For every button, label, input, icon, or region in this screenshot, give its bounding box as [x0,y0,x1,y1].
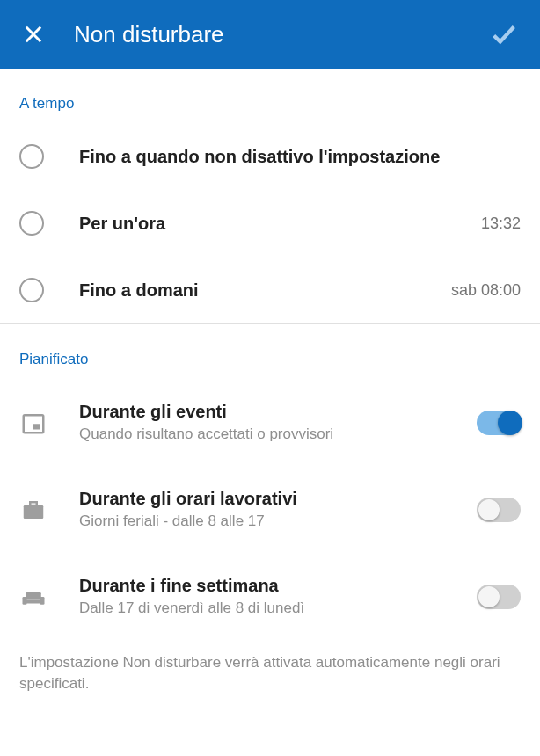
toggle-switch-events[interactable] [477,411,521,435]
section-header-timed: A tempo [0,69,540,123]
svg-rect-3 [33,424,40,429]
toggle-switch-weekends[interactable] [477,585,521,609]
toggle-title: Durante i fine settimana [79,576,445,596]
option-tomorrow[interactable]: Fino a domani sab 08:00 [0,257,540,323]
toggle-title: Durante gli orari lavorativi [79,489,445,509]
option-content: Per un'ora 13:32 [79,214,521,234]
confirm-icon[interactable] [489,19,519,49]
toggle-subtitle: Giorni feriali - dalle 8 alle 17 [79,512,445,530]
radio-icon[interactable] [19,211,44,236]
footer-text: L'impostazione Non disturbare verrà atti… [0,640,540,707]
toggle-content: Durante gli orari lavorativi Giorni feri… [79,489,445,530]
page-title: Non disturbare [74,21,224,48]
section-header-scheduled: Pianificato [0,324,540,379]
option-content: Fino a quando non disattivo l'impostazio… [79,147,521,167]
svg-rect-5 [30,502,37,505]
couch-icon [19,583,47,611]
toggle-events: Durante gli eventi Quando risultano acce… [0,379,540,466]
radio-icon[interactable] [19,278,44,302]
toggle-knob [498,411,522,435]
option-one-hour[interactable]: Per un'ora 13:32 [0,190,540,257]
header-left: Non disturbare [21,21,224,48]
option-label: Fino a quando non disattivo l'impostazio… [79,147,440,167]
option-content: Fino a domani sab 08:00 [79,280,521,301]
toggle-title: Durante gli eventi [79,402,445,422]
close-icon[interactable] [21,22,46,47]
toggle-content: Durante i fine settimana Dalle 17 di ven… [79,576,445,617]
toggle-weekends: Durante i fine settimana Dalle 17 di ven… [0,553,540,640]
header: Non disturbare [0,0,540,69]
toggle-content: Durante gli eventi Quando risultano acce… [79,402,445,443]
option-until-off[interactable]: Fino a quando non disattivo l'impostazio… [0,123,540,190]
option-time: sab 08:00 [451,281,521,300]
toggle-switch-work[interactable] [477,498,521,522]
option-label: Per un'ora [79,214,165,234]
briefcase-icon [19,496,47,524]
toggle-knob [478,586,500,607]
svg-rect-6 [26,592,41,600]
svg-rect-9 [25,599,42,603]
svg-rect-4 [24,505,44,519]
toggle-subtitle: Quando risultano accettati o provvisori [79,425,445,443]
toggle-work-hours: Durante gli orari lavorativi Giorni feri… [0,466,540,553]
option-time: 13:32 [481,214,521,233]
toggle-subtitle: Dalle 17 di venerdì alle 8 di lunedì [79,600,445,617]
radio-icon[interactable] [19,144,44,169]
calendar-icon [19,409,47,437]
option-label: Fino a domani [79,280,199,301]
toggle-knob [478,499,500,520]
